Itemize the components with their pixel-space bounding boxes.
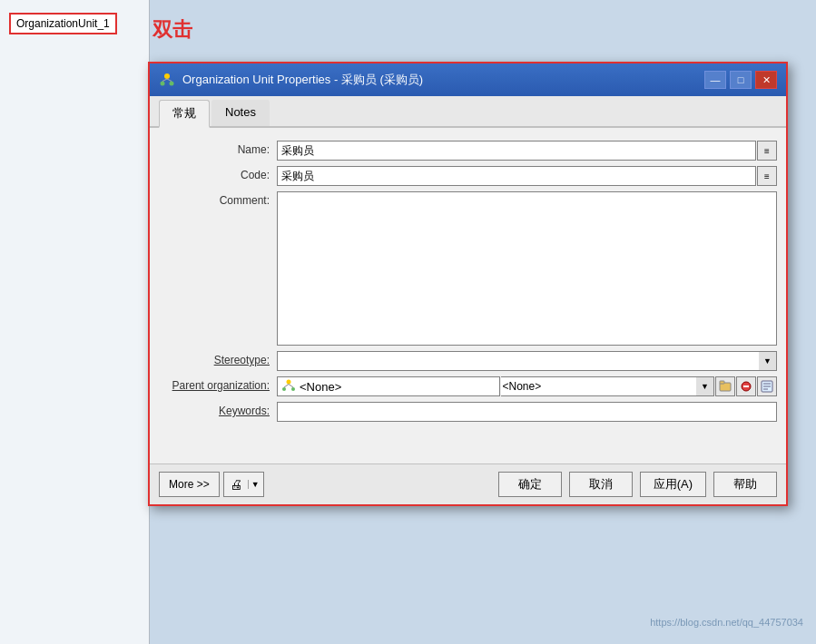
svg-point-6 (282, 387, 286, 391)
window-controls: — □ ✕ (704, 71, 777, 89)
ok-button[interactable]: 确定 (498, 472, 562, 497)
parent-org-browse-button[interactable] (715, 376, 735, 396)
watermark: https://blog.csdn.net/qq_44757034 (650, 617, 803, 628)
parent-org-text: <None> (300, 380, 341, 394)
minimize-button[interactable]: — (704, 71, 726, 89)
print-dropdown-arrow[interactable]: ▼ (248, 480, 263, 489)
bottom-right-buttons: 确定 取消 应用(A) 帮助 (264, 472, 777, 497)
parent-org-input-group: <None> <None> ▼ (277, 376, 777, 396)
name-input[interactable] (277, 141, 756, 161)
svg-point-2 (170, 82, 174, 86)
svg-line-8 (284, 384, 289, 387)
close-button[interactable]: ✕ (755, 71, 777, 89)
svg-line-9 (289, 384, 293, 387)
tab-bar: 常规 Notes (150, 96, 786, 128)
code-input-group: ≡ (277, 166, 777, 186)
svg-point-7 (291, 387, 295, 391)
dialog: Organization Unit Properties - 采购员 (采购员)… (148, 62, 788, 506)
comment-row: Comment: (159, 191, 777, 346)
stereotype-select[interactable] (277, 351, 777, 371)
parent-org-row: Parent organization: <None> (159, 376, 777, 396)
printer-icon: 🖨 (224, 477, 248, 492)
name-side-button[interactable]: ≡ (757, 141, 777, 161)
apply-button[interactable]: 应用(A) (640, 472, 706, 497)
tree-item[interactable]: OrganizationUnit_1 (9, 13, 117, 34)
double-click-annotation: 双击 (152, 16, 192, 44)
stereotype-row: Stereotype: ▼ (159, 351, 777, 371)
code-row: Code: ≡ (159, 166, 777, 186)
form-area: Name: ≡ Code: ≡ Comment: Stereotype: (150, 128, 786, 463)
keywords-row: Keywords: (159, 402, 777, 422)
keywords-label: Keywords: (159, 402, 277, 417)
cancel-button[interactable]: 取消 (569, 472, 633, 497)
svg-point-5 (287, 379, 291, 384)
code-side-button[interactable]: ≡ (757, 166, 777, 186)
tab-general[interactable]: 常规 (159, 100, 210, 128)
more-button[interactable]: More >> (159, 472, 220, 497)
parent-org-action-buttons (715, 376, 777, 396)
svg-line-3 (162, 79, 167, 82)
keywords-input[interactable] (277, 402, 777, 422)
parent-org-select[interactable]: <None> (501, 376, 715, 396)
print-button[interactable]: 🖨 ▼ (223, 472, 264, 497)
bottom-left-buttons: More >> 🖨 ▼ (159, 472, 264, 497)
parent-org-value: <None> (277, 376, 500, 396)
svg-point-0 (164, 73, 170, 79)
restore-button[interactable]: □ (730, 71, 752, 89)
name-input-group: ≡ (277, 141, 777, 161)
svg-point-1 (161, 82, 165, 86)
svg-rect-11 (720, 381, 724, 384)
comment-textarea[interactable] (277, 191, 777, 346)
name-row: Name: ≡ (159, 141, 777, 161)
dialog-icon (159, 72, 175, 88)
name-label: Name: (159, 141, 277, 156)
help-button[interactable]: 帮助 (713, 472, 777, 497)
parent-org-icon (281, 378, 296, 395)
bottom-area: More >> 🖨 ▼ 确定 取消 应用(A) 帮助 (150, 463, 786, 504)
parent-org-clear-button[interactable] (736, 376, 756, 396)
tab-notes[interactable]: Notes (211, 100, 270, 126)
svg-line-4 (167, 79, 172, 82)
dialog-title: Organization Unit Properties - 采购员 (采购员) (182, 72, 704, 88)
parent-org-properties-button[interactable] (757, 376, 777, 396)
comment-label: Comment: (159, 191, 277, 207)
code-input[interactable] (277, 166, 756, 186)
parent-org-label: Parent organization: (159, 376, 277, 392)
code-label: Code: (159, 166, 277, 181)
tree-panel: OrganizationUnit_1 (0, 0, 150, 644)
stereotype-label: Stereotype: (159, 351, 277, 366)
stereotype-select-wrapper: ▼ (277, 351, 777, 371)
title-bar: Organization Unit Properties - 采购员 (采购员)… (150, 63, 786, 96)
